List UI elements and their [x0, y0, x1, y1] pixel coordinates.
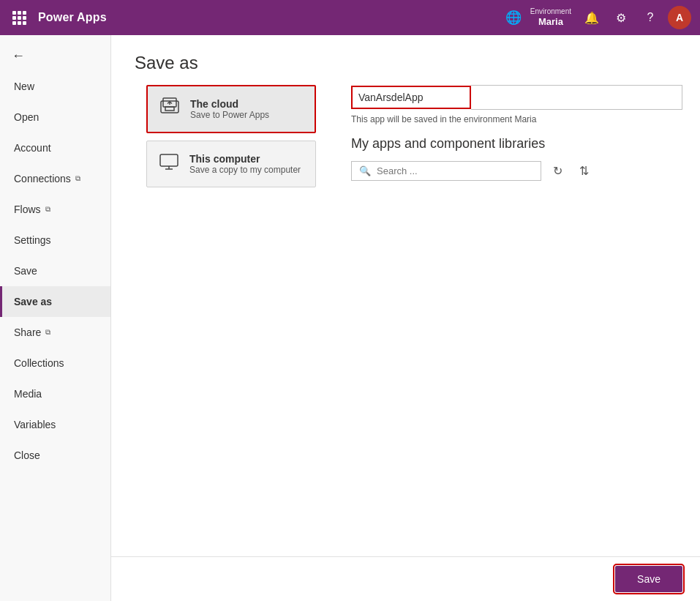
- cloud-option-title: The cloud: [190, 98, 269, 110]
- computer-option-text: This computer Save a copy to my computer: [189, 153, 301, 175]
- environment-selector[interactable]: Environment Maria: [530, 7, 571, 29]
- save-option-computer[interactable]: This computer Save a copy to my computer: [146, 141, 316, 187]
- content-area: Save as The clou: [111, 35, 700, 601]
- search-bar: 🔍: [351, 161, 541, 181]
- right-panel: This app will be saved in the environmen…: [351, 85, 682, 321]
- sidebar-label-media: Media: [14, 388, 42, 400]
- topbar: Power Apps 🌐 Environment Maria 🔔 ⚙ ? A: [0, 0, 700, 35]
- avatar[interactable]: A: [668, 6, 691, 29]
- help-icon[interactable]: ?: [639, 6, 662, 29]
- sidebar-item-share[interactable]: Share ⧉: [0, 317, 110, 348]
- refresh-button[interactable]: ↻: [547, 160, 568, 181]
- app-name-input-extension: [471, 85, 682, 110]
- sidebar-label-share: Share: [14, 326, 41, 338]
- search-icon: 🔍: [359, 165, 371, 176]
- sidebar-item-save-as[interactable]: Save as: [0, 286, 110, 317]
- sort-button[interactable]: ⇅: [573, 160, 594, 181]
- sidebar-label-save-as: Save as: [14, 296, 52, 307]
- sidebar-label-variables: Variables: [14, 419, 56, 430]
- app-name-label: Power Apps: [38, 11, 107, 24]
- save-options-panel: The cloud Save to Power Apps This: [129, 85, 334, 321]
- env-label: Environment: [530, 7, 571, 16]
- sidebar-item-close[interactable]: Close: [0, 440, 110, 471]
- sidebar-label-settings: Settings: [14, 234, 51, 246]
- sidebar-label-open: Open: [14, 111, 39, 123]
- sidebar-item-open[interactable]: Open: [0, 102, 110, 132]
- sidebar-label-flows: Flows: [14, 204, 41, 215]
- sidebar-item-new[interactable]: New: [0, 71, 110, 102]
- bottom-bar: Save: [111, 556, 700, 601]
- env-note: This app will be saved in the environmen…: [351, 114, 682, 124]
- page-title: Save as: [111, 35, 700, 85]
- sidebar-item-settings[interactable]: Settings: [0, 225, 110, 255]
- main-layout: ← New Open Account Connections ⧉ Flows ⧉…: [0, 35, 700, 601]
- back-button[interactable]: ←: [0, 35, 110, 71]
- app-name-row: [351, 85, 682, 110]
- sidebar-item-media[interactable]: Media: [0, 378, 110, 409]
- sidebar-label-account: Account: [14, 142, 51, 154]
- sidebar-item-collections[interactable]: Collections: [0, 348, 110, 378]
- sidebar-label-new: New: [14, 81, 34, 92]
- app-name-input-wrapper: [351, 86, 471, 109]
- app-name-input[interactable]: [353, 87, 470, 108]
- sidebar: ← New Open Account Connections ⧉ Flows ⧉…: [0, 35, 111, 601]
- svg-rect-4: [160, 154, 178, 166]
- sidebar-item-save[interactable]: Save: [0, 255, 110, 286]
- globe-icon: 🌐: [505, 10, 522, 26]
- cloud-save-icon: [159, 97, 180, 122]
- waffle-icon[interactable]: [9, 7, 29, 28]
- computer-option-subtitle: Save a copy to my computer: [189, 165, 301, 175]
- env-name: Maria: [538, 16, 563, 29]
- apps-section-title: My apps and component libraries: [351, 136, 682, 152]
- notifications-icon[interactable]: 🔔: [580, 6, 603, 29]
- external-link-icon-connections: ⧉: [75, 174, 80, 183]
- apps-list-area: [111, 321, 700, 556]
- external-link-icon-flows: ⧉: [45, 205, 50, 214]
- settings-icon[interactable]: ⚙: [609, 6, 633, 29]
- search-actions: ↻ ⇅: [547, 160, 594, 181]
- computer-option-title: This computer: [189, 153, 301, 165]
- sidebar-label-save: Save: [14, 265, 37, 277]
- two-col-layout: The cloud Save to Power Apps This: [111, 85, 700, 321]
- save-button[interactable]: Save: [615, 566, 682, 592]
- save-option-cloud[interactable]: The cloud Save to Power Apps: [146, 85, 316, 133]
- search-row: 🔍 ↻ ⇅: [351, 160, 682, 181]
- sidebar-item-account[interactable]: Account: [0, 132, 110, 163]
- external-link-icon-share: ⧉: [45, 328, 50, 337]
- sidebar-label-collections: Collections: [14, 357, 64, 369]
- search-input[interactable]: [377, 165, 533, 176]
- sidebar-item-connections[interactable]: Connections ⧉: [0, 163, 110, 194]
- sidebar-item-variables[interactable]: Variables: [0, 409, 110, 440]
- svg-rect-2: [165, 107, 174, 111]
- sidebar-item-flows[interactable]: Flows ⧉: [0, 194, 110, 225]
- sidebar-label-connections: Connections: [14, 173, 71, 184]
- computer-save-icon: [159, 152, 179, 176]
- cloud-option-text: The cloud Save to Power Apps: [190, 98, 269, 120]
- sidebar-label-close: Close: [14, 449, 40, 461]
- cloud-option-subtitle: Save to Power Apps: [190, 110, 269, 120]
